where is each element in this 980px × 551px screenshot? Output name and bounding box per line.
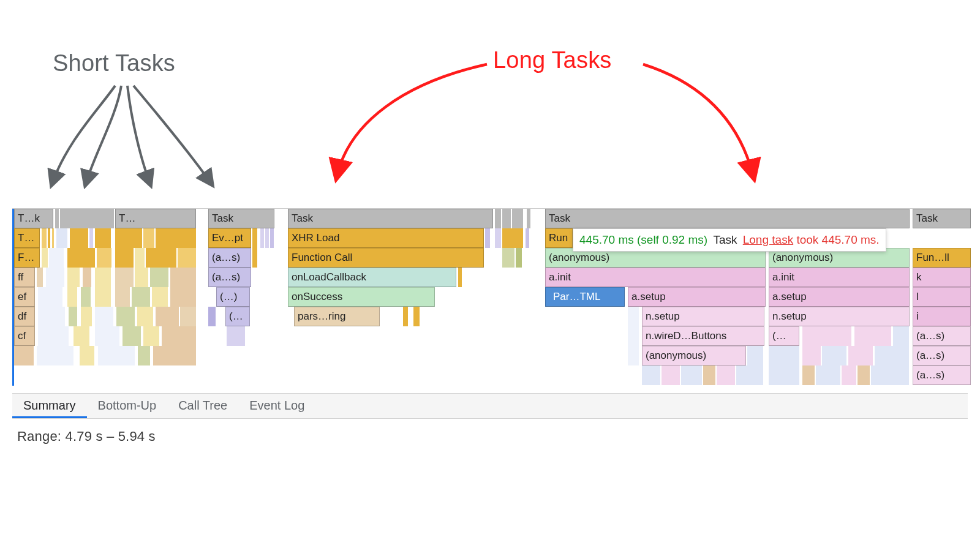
frame-sliver[interactable] <box>74 326 89 346</box>
stack-frame[interactable]: onSuccess <box>288 287 435 307</box>
frame-sliver[interactable] <box>83 268 91 287</box>
frame-sliver[interactable] <box>170 268 196 287</box>
frame-sliver[interactable] <box>95 326 119 346</box>
frame-sliver[interactable] <box>842 365 856 385</box>
stack-frame[interactable]: a.init <box>769 268 910 287</box>
frame-sliver[interactable] <box>49 248 64 268</box>
frame-sliver[interactable] <box>135 268 148 287</box>
frame-sliver[interactable] <box>816 365 840 385</box>
stack-frame[interactable]: pars…ring <box>294 307 380 326</box>
frame-sliver[interactable] <box>123 326 141 346</box>
task-block[interactable]: Task <box>545 209 910 228</box>
frame-sliver[interactable] <box>403 307 408 326</box>
frame-sliver[interactable] <box>95 287 111 307</box>
stack-frame[interactable]: i <box>913 307 971 326</box>
tab-bottom-up[interactable]: Bottom-Up <box>87 394 168 418</box>
frame-sliver[interactable] <box>642 365 660 385</box>
frame-sliver[interactable] <box>116 307 135 326</box>
frame-sliver[interactable] <box>42 248 48 268</box>
frame-sliver[interactable] <box>143 326 159 346</box>
frame-sliver[interactable] <box>143 228 154 248</box>
stack-frame[interactable]: Run <box>545 228 573 248</box>
frame-sliver[interactable] <box>37 268 43 287</box>
stack-frame[interactable]: Ev…pt <box>208 228 251 248</box>
frame-sliver[interactable] <box>95 228 111 248</box>
frame-sliver[interactable] <box>681 365 702 385</box>
stack-frame[interactable]: a.setup <box>628 287 766 307</box>
stack-frame[interactable]: (… <box>225 307 250 326</box>
task-sliver[interactable] <box>60 209 114 228</box>
frame-sliver[interactable] <box>485 228 490 248</box>
stack-frame[interactable]: n.setup <box>769 307 910 326</box>
frame-sliver[interactable] <box>717 365 735 385</box>
stack-frame[interactable]: F…I <box>14 248 40 268</box>
stack-frame[interactable]: (a…s) <box>913 365 971 385</box>
frame-sliver[interactable] <box>132 287 150 307</box>
frame-sliver[interactable] <box>80 346 94 365</box>
frame-sliver[interactable] <box>628 307 639 326</box>
frame-sliver[interactable] <box>802 346 821 365</box>
frame-sliver[interactable] <box>502 248 514 268</box>
frame-sliver[interactable] <box>98 346 135 365</box>
tab-summary[interactable]: Summary <box>12 394 87 418</box>
stack-frame[interactable]: Fun…ll <box>913 248 971 268</box>
task-block[interactable]: Task <box>288 209 493 228</box>
frame-sliver[interactable] <box>848 346 873 365</box>
frame-sliver[interactable] <box>495 228 501 248</box>
frame-sliver[interactable] <box>458 268 462 287</box>
stack-frame[interactable]: (… <box>769 326 799 346</box>
stack-frame[interactable]: a.setup <box>769 287 910 307</box>
frame-sliver[interactable] <box>893 326 909 346</box>
stack-frame[interactable]: df <box>14 307 35 326</box>
frame-sliver[interactable] <box>413 307 420 326</box>
frame-sliver[interactable] <box>115 248 134 268</box>
frame-sliver[interactable] <box>858 365 870 385</box>
frame-sliver[interactable] <box>662 365 680 385</box>
stack-frame[interactable]: cf <box>14 326 35 346</box>
stack-frame[interactable]: a.init <box>545 268 766 287</box>
stack-frame[interactable]: (anonymous) <box>642 346 746 365</box>
frame-sliver[interactable] <box>67 287 77 307</box>
frame-sliver[interactable] <box>153 346 196 365</box>
frame-sliver[interactable] <box>871 365 909 385</box>
frame-sliver[interactable] <box>875 346 909 365</box>
frame-sliver[interactable] <box>14 346 34 365</box>
frame-sliver[interactable] <box>69 307 77 326</box>
task-sliver[interactable] <box>495 209 501 228</box>
frame-sliver[interactable] <box>170 287 196 307</box>
frame-sliver[interactable] <box>67 248 95 268</box>
frame-sliver[interactable] <box>38 287 62 307</box>
task-block[interactable]: T…k <box>14 209 53 228</box>
frame-sliver[interactable] <box>252 248 257 268</box>
stack-frame[interactable]: ef <box>14 287 35 307</box>
tab-call-tree[interactable]: Call Tree <box>167 394 238 418</box>
frame-sliver[interactable] <box>38 307 65 326</box>
tooltip-long-task-link[interactable]: Long task <box>743 233 793 246</box>
frame-sliver[interactable] <box>208 307 216 326</box>
stack-frame[interactable]: onLoadCallback <box>288 268 456 287</box>
frame-sliver[interactable] <box>89 228 93 248</box>
frame-sliver[interactable] <box>115 287 130 307</box>
task-block[interactable]: Task <box>913 209 971 228</box>
frame-sliver[interactable] <box>46 268 64 287</box>
frame-sliver[interactable] <box>227 326 245 346</box>
stack-frame[interactable]: (a…s) <box>208 268 251 287</box>
frame-sliver[interactable] <box>95 307 113 326</box>
frame-sliver[interactable] <box>152 287 168 307</box>
stack-frame[interactable]: n.wireD…Buttons <box>642 326 764 346</box>
frame-sliver[interactable] <box>135 248 145 268</box>
frame-sliver[interactable] <box>138 346 150 365</box>
frame-sliver[interactable] <box>628 346 639 365</box>
frame-sliver[interactable] <box>265 228 269 248</box>
flame-chart[interactable]: T…k T… Task Task Task Task T…d <box>12 208 971 386</box>
frame-sliver[interactable] <box>502 228 523 248</box>
frame-sliver[interactable] <box>252 228 257 248</box>
frame-sliver[interactable] <box>137 307 153 326</box>
frame-sliver[interactable] <box>37 346 74 365</box>
frame-sliver[interactable] <box>769 365 799 385</box>
stack-frame[interactable]: Par…TML <box>545 287 625 307</box>
stack-frame[interactable]: n.setup <box>642 307 764 326</box>
stack-frame[interactable]: T…d <box>14 228 40 248</box>
frame-sliver[interactable] <box>146 248 176 268</box>
frame-sliver[interactable] <box>52 228 54 248</box>
